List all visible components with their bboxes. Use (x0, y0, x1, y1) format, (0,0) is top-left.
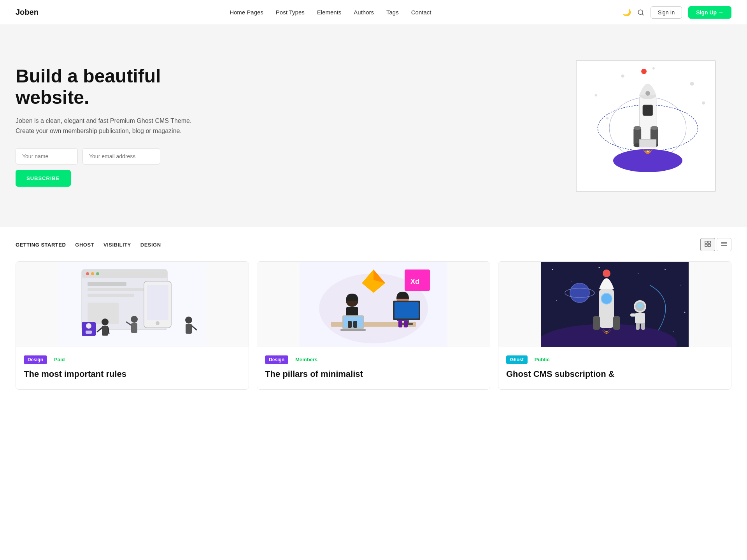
svg-point-18 (633, 126, 641, 130)
card-1-category-badge[interactable]: Design (24, 355, 47, 364)
svg-point-86 (556, 300, 557, 301)
svg-rect-101 (641, 323, 645, 330)
svg-point-98 (637, 303, 643, 308)
svg-rect-74 (395, 302, 419, 318)
svg-point-34 (86, 272, 89, 275)
svg-point-47 (102, 318, 109, 326)
nav-contact[interactable]: Contact (411, 9, 431, 16)
filter-getting-started[interactable]: GETTING STARTED (16, 242, 66, 248)
card-1[interactable]: Design Paid The most important rules (16, 261, 249, 390)
hero-illustration (576, 60, 716, 192)
grid-view-toggle[interactable] (700, 238, 715, 251)
card-1-access-badge[interactable]: Paid (50, 355, 68, 364)
search-button[interactable] (637, 9, 644, 16)
list-view-toggle[interactable] (717, 238, 731, 251)
hero-input-row (16, 148, 202, 164)
hero-description: Joben is a clean, elegant and fast Premi… (16, 116, 202, 136)
svg-text:Xd: Xd (410, 278, 419, 285)
svg-line-50 (108, 328, 109, 334)
email-input[interactable] (82, 148, 160, 164)
card-2-category-badge[interactable]: Design (265, 355, 288, 364)
card-2-title[interactable]: The pillars of minimalist (265, 369, 482, 380)
subscribe-form: SUBSCRIBE (16, 148, 202, 187)
card-2-access-badge[interactable]: Members (291, 355, 321, 364)
card-1-body: Design Paid The most important rules (16, 347, 249, 389)
svg-rect-26 (705, 244, 707, 247)
filter-ghost[interactable]: GHOST (75, 242, 94, 248)
svg-rect-100 (636, 323, 640, 330)
nav-tags[interactable]: Tags (386, 9, 399, 16)
svg-point-84 (665, 269, 666, 270)
svg-rect-15 (643, 105, 653, 116)
svg-rect-102 (630, 313, 636, 317)
svg-rect-46 (86, 331, 92, 334)
svg-point-81 (572, 281, 572, 282)
svg-rect-70 (353, 321, 357, 328)
svg-point-3 (621, 75, 624, 78)
subscribe-button[interactable]: SUBSCRIBE (16, 170, 71, 187)
svg-rect-94 (593, 316, 600, 330)
svg-point-5 (690, 82, 694, 86)
nav-post-types[interactable]: Post Types (276, 9, 305, 16)
card-2-body: Design Members The pillars of minimalist (257, 347, 490, 389)
card-3-body: Ghost Public Ghost CMS subscription & (498, 347, 731, 389)
svg-rect-42 (147, 285, 168, 320)
nav-links: Home Pages Post Types Elements Authors T… (230, 9, 431, 16)
cards-grid: Design Paid The most important rules Xd (0, 258, 747, 405)
svg-point-7 (702, 102, 705, 105)
card-1-image (16, 262, 249, 347)
svg-point-93 (601, 293, 612, 304)
svg-point-23 (645, 91, 650, 96)
name-input[interactable] (16, 148, 78, 164)
svg-rect-38 (88, 288, 146, 291)
svg-rect-99 (635, 313, 645, 324)
svg-rect-37 (88, 282, 126, 286)
signup-button[interactable]: Sign Up → (688, 6, 731, 19)
svg-point-82 (599, 267, 600, 268)
svg-rect-39 (88, 294, 134, 297)
svg-point-51 (131, 316, 138, 323)
svg-rect-33 (82, 270, 167, 278)
svg-point-103 (570, 283, 589, 303)
svg-point-92 (603, 270, 610, 277)
svg-rect-48 (102, 326, 108, 336)
svg-point-36 (96, 272, 99, 275)
svg-rect-22 (639, 140, 656, 147)
card-3-title[interactable]: Ghost CMS subscription & (506, 369, 723, 380)
card-2[interactable]: Xd (257, 261, 490, 390)
nav-actions: 🌙 Sign In Sign Up → (622, 6, 731, 19)
card-1-badges: Design Paid (24, 355, 241, 364)
svg-rect-55 (186, 324, 192, 334)
card-3-access-badge[interactable]: Public (531, 355, 554, 364)
svg-point-87 (684, 312, 686, 313)
dark-mode-toggle[interactable]: 🌙 (622, 8, 631, 17)
svg-point-35 (91, 272, 94, 275)
card-2-illustration: Xd (300, 262, 447, 347)
filter-design[interactable]: DESIGN (140, 242, 161, 248)
card-3[interactable]: Ghost Public Ghost CMS subscription & (498, 261, 731, 390)
svg-rect-25 (708, 241, 710, 243)
filter-visibility[interactable]: VISIBILITY (103, 242, 131, 248)
svg-rect-68 (340, 329, 366, 331)
brand-logo[interactable]: Joben (16, 8, 39, 17)
card-3-illustration (541, 262, 689, 347)
card-3-image (498, 262, 731, 347)
card-3-badges: Ghost Public (506, 355, 723, 364)
svg-point-4 (652, 67, 655, 70)
svg-point-19 (651, 126, 658, 130)
card-1-title[interactable]: The most important rules (24, 369, 241, 380)
svg-rect-69 (348, 321, 352, 328)
hero-content: Build a beautiful website. Joben is a cl… (16, 65, 202, 187)
svg-point-83 (638, 273, 638, 274)
svg-point-43 (156, 321, 160, 325)
svg-rect-67 (344, 317, 363, 327)
svg-point-8 (606, 117, 608, 119)
svg-rect-52 (131, 323, 137, 333)
nav-authors[interactable]: Authors (354, 9, 374, 16)
nav-home-pages[interactable]: Home Pages (230, 9, 263, 16)
card-3-category-badge[interactable]: Ghost (506, 355, 528, 364)
hero-title: Build a beautiful website. (16, 65, 202, 108)
signin-button[interactable]: Sign In (651, 6, 682, 19)
hero-section: Build a beautiful website. Joben is a cl… (0, 25, 747, 227)
nav-elements[interactable]: Elements (317, 9, 342, 16)
